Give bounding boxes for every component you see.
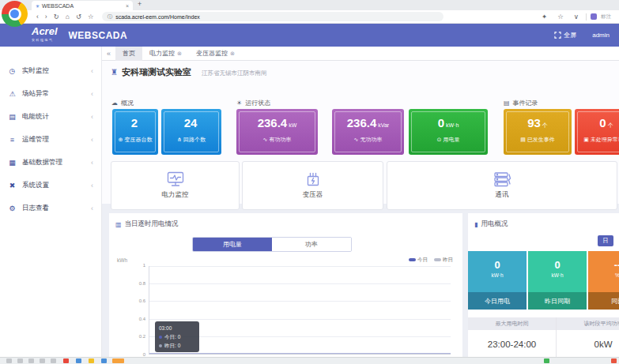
sidebar-item-label: 场站异常 xyxy=(22,89,49,99)
taskbar-icon[interactable] xyxy=(76,358,81,363)
card-inner-border xyxy=(506,111,569,152)
stat-card-events-occurred[interactable]: 93个 ▤已发生事件 xyxy=(504,109,572,155)
stat-label: 变压器台数 xyxy=(124,137,152,142)
fullscreen-button[interactable]: 全屏 xyxy=(554,31,576,39)
stat-card-transformer-count[interactable]: 2 ⊕变压器台数 xyxy=(112,109,158,155)
sidebar-item-realtime-monitor[interactable]: ◷ 实时监控 ‹ xyxy=(0,59,101,82)
taskbar-icon[interactable] xyxy=(51,358,56,363)
legend-label: 昨日 xyxy=(443,257,453,262)
transformer-icon xyxy=(304,171,323,187)
shortcut-power-monitor[interactable]: 电力监控 xyxy=(111,161,240,210)
browser-tabstrip: ✳ WEBSCADA × + xyxy=(0,0,619,10)
taskbar-icon[interactable] xyxy=(544,358,549,363)
toggle-power-button[interactable]: 功率 xyxy=(272,238,351,251)
taskbar-icon[interactable] xyxy=(611,358,617,363)
tile-yesterday-usage[interactable]: 0kW·h 昨日同期 xyxy=(528,251,587,310)
tile-unit: kW·h xyxy=(468,272,527,278)
bookmark-star-icon[interactable]: ☆ xyxy=(88,13,94,21)
stat-card-active-power[interactable]: 236.4kW ∿有功功率 xyxy=(236,109,318,155)
gridline xyxy=(149,283,451,284)
axis-tick-label: 1 xyxy=(143,263,145,268)
tooltip-value: 0 xyxy=(178,334,181,340)
tab-close-icon[interactable]: ⊗ xyxy=(230,51,235,57)
shortcut-transformer[interactable]: 变压器 xyxy=(242,161,383,210)
reload-icon[interactable]: ↻ xyxy=(54,13,59,21)
acrel-logo-subtext: 安科瑞电气 xyxy=(32,36,58,44)
toggle-energy-button[interactable]: 用电量 xyxy=(193,238,272,251)
sidebar-item-energy-stats[interactable]: ▤ 电能统计 ‹ xyxy=(0,105,101,128)
section-label-status: ☀ 运行状态 xyxy=(236,99,270,107)
legend-item-today[interactable]: 今日 xyxy=(409,257,428,264)
tile-yoy-ratio[interactable]: --% 同比 xyxy=(588,251,619,310)
tab-close-icon[interactable]: × xyxy=(126,3,129,9)
table-header-row: 最大用电时间 该时段平均功率 xyxy=(468,317,619,330)
sidebar-item-station-alarm[interactable]: ⚠ 场站异常 ‹ xyxy=(0,82,101,105)
fullscreen-label: 全屏 xyxy=(564,31,576,39)
chevron-left-icon: ‹ xyxy=(91,90,93,98)
column-header: 该时段平均功率 xyxy=(556,317,619,330)
stat-card-energy-used[interactable]: 0kW·h ⊙用电量 xyxy=(409,109,488,155)
sidebar-item-label: 电能统计 xyxy=(22,112,49,122)
sidebar-item-label: 基础数据管理 xyxy=(22,158,62,167)
taskbar-icon[interactable] xyxy=(101,358,107,363)
sidebar-item-maintenance[interactable]: ≡ 运维管理 ‹ xyxy=(0,128,101,151)
today-series-line xyxy=(149,353,451,354)
navbar-right-cluster: ✦ ☆ ∨ 标注 xyxy=(538,13,619,21)
section-title: 概况 xyxy=(121,99,134,107)
stat-card-reactive-power[interactable]: 236.4kVar ∿无功功率 xyxy=(332,109,404,155)
sidebar: ◷ 实时监控 ‹ ⚠ 场站异常 ‹ ▤ 电能统计 ‹ ≡ 运维管理 ‹ ▦ 基础… xyxy=(0,47,102,357)
back-icon[interactable]: ‹ xyxy=(36,13,39,21)
browser-tab[interactable]: ✳ WEBSCADA × xyxy=(32,1,133,10)
stat-card-circuit-count[interactable]: 24 ⋔回路个数 xyxy=(161,109,221,155)
taskbar-active-app[interactable] xyxy=(112,358,124,363)
dropdown-caret-icon[interactable]: ∨ xyxy=(574,13,579,21)
forward-icon[interactable]: › xyxy=(45,13,47,21)
tab-label: 变压器监控 xyxy=(196,49,228,58)
chart-tooltip: 03:00 今日: 0 昨日: 0 xyxy=(155,321,199,352)
taskbar-icon[interactable] xyxy=(89,358,94,363)
chrome-logo-ring xyxy=(9,8,21,21)
y-axis-ticks: 10.80.60.40.20 xyxy=(115,263,145,357)
energy-tiles: 0kW·h 今日用电 0kW·h 昨日同期 --% 同比 xyxy=(468,251,619,310)
taskbar-icon[interactable] xyxy=(17,358,23,363)
shortcut-communication[interactable]: 通讯 xyxy=(387,161,617,210)
card-inner-border xyxy=(334,111,402,152)
site-info-icon[interactable]: ⓘ xyxy=(108,13,113,21)
history-icon[interactable]: ↺ xyxy=(76,13,81,21)
station-title-row: ♜ 安科瑞测试实验室 江苏省无锡市江阴市南闸 xyxy=(111,66,266,78)
windows-taskbar xyxy=(0,357,619,364)
address-bar[interactable]: ⓘ scada.acrel-eem.com/Home/Index xyxy=(102,12,443,21)
tile-today-usage[interactable]: 0kW·h 今日用电 xyxy=(468,251,527,310)
sidebar-item-settings[interactable]: ✖ 系统设置 ‹ xyxy=(0,174,101,197)
taskbar-icon[interactable] xyxy=(40,358,45,363)
tab-home[interactable]: 首页 xyxy=(115,47,142,61)
period-day-button[interactable]: 日 xyxy=(598,235,613,246)
legend-item-yesterday[interactable]: 昨日 xyxy=(434,257,453,264)
tab-close-icon[interactable]: ⊗ xyxy=(177,51,182,57)
app-header: Acrel 安科瑞电气 WEBSCADA 全屏 admin xyxy=(0,24,619,47)
chart-panel-header: ▥ 当日逐时用电情况 xyxy=(109,213,462,229)
user-menu[interactable]: admin xyxy=(592,32,610,39)
chevron-left-icon: ‹ xyxy=(91,159,93,167)
favorite-star-icon[interactable]: ☆ xyxy=(557,13,564,21)
table-cell: 23:00-24:00 xyxy=(468,330,556,358)
sidebar-item-base-data[interactable]: ▦ 基础数据管理 ‹ xyxy=(0,151,101,174)
collapse-tabs-button[interactable]: « xyxy=(102,50,115,58)
tab-transformer-monitor[interactable]: 变压器监控 ⊗ xyxy=(189,47,242,61)
sidebar-item-label: 系统设置 xyxy=(22,181,49,190)
tab-power-monitor[interactable]: 电力监控 ⊗ xyxy=(142,47,189,61)
taskbar-icon[interactable] xyxy=(28,358,34,363)
new-tab-button[interactable]: + xyxy=(138,0,142,8)
tooltip-series-name: 今日 xyxy=(164,334,175,340)
sidebar-item-log-view[interactable]: ⚙ 日志查看 ‹ xyxy=(0,197,101,220)
profile-label: 标注 xyxy=(601,13,611,21)
cloud-icon: ☁ xyxy=(111,99,118,107)
url-text: scada.acrel-eem.com/Home/Index xyxy=(115,14,200,20)
extension-icon[interactable]: ✦ xyxy=(542,13,547,21)
stat-card-unhandled-events[interactable]: 0个 ▣未处理异常事件 xyxy=(575,109,619,155)
taskbar-icon[interactable] xyxy=(63,358,69,363)
profile-avatar[interactable] xyxy=(591,13,597,20)
event-list-icon: ▤ xyxy=(520,137,526,142)
home-icon[interactable]: ⌂ xyxy=(66,13,70,21)
taskbar-icon[interactable] xyxy=(6,358,12,363)
